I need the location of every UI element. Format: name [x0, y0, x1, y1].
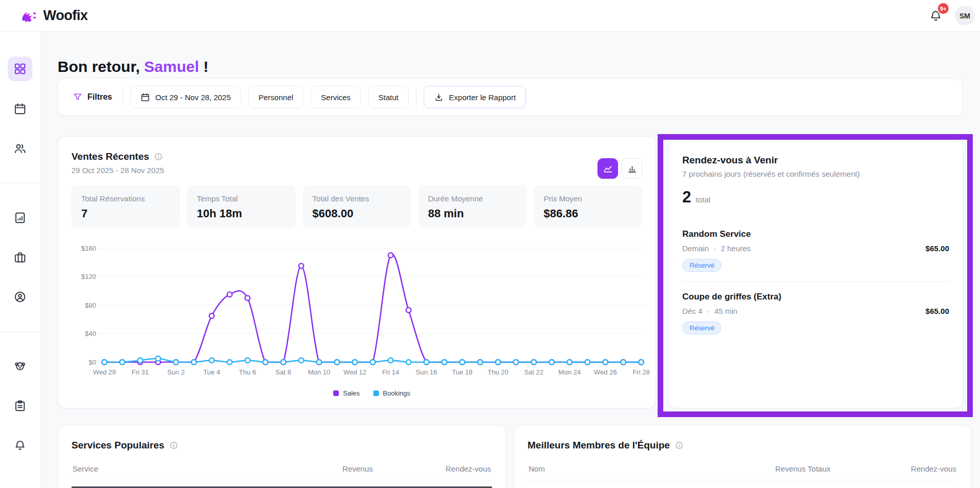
appointment-date: Déc 4 [682, 307, 702, 315]
stat-total-reservations: Total Réservations 7 [71, 185, 180, 228]
svg-text:Sat 22: Sat 22 [524, 368, 543, 376]
download-icon [434, 92, 444, 102]
dashboard-grid-icon [13, 62, 27, 76]
sidebar-item-team[interactable] [8, 136, 32, 161]
appointment-date: Demain [682, 244, 709, 253]
appointment-duration: 45 min [714, 307, 737, 315]
appointment-duration: 2 heures [721, 244, 751, 253]
stat-label: Prix Moyen [543, 194, 632, 203]
filter-funnel-icon [72, 92, 83, 102]
notification-count-badge[interactable]: 9+ [937, 2, 950, 15]
divider [122, 87, 123, 107]
stat-avg-price: Prix Moyen $86.86 [534, 185, 642, 228]
calendar-icon [140, 92, 150, 102]
sidebar-item-bookings[interactable] [8, 393, 32, 418]
briefcase-icon [13, 251, 27, 264]
svg-text:Tue 18: Tue 18 [452, 368, 473, 376]
sidebar-item-reports[interactable] [8, 205, 32, 230]
appointment-price: $65.00 [925, 244, 949, 253]
bar-chart-toggle-button[interactable] [622, 158, 642, 179]
stat-total-sales: Total des Ventes $608.00 [303, 185, 411, 228]
status-badge: Réservé [682, 322, 721, 334]
sidebar-item-clients[interactable] [8, 285, 32, 309]
sidebar-item-pets[interactable] [8, 353, 32, 378]
stat-total-time: Temps Total 10h 18m [187, 185, 296, 228]
stat-value: 7 [81, 207, 170, 220]
appointment-name: Random Service [682, 229, 949, 239]
column-service: Service [72, 464, 311, 473]
sidebar-item-notifications[interactable] [8, 433, 32, 458]
appointments-title: Rendez-vous à Venir [682, 155, 949, 166]
divider [528, 480, 957, 480]
greeting-suffix: ! [199, 58, 208, 75]
divider [71, 480, 492, 480]
bookings-legend-swatch [373, 390, 379, 396]
info-icon[interactable] [675, 441, 684, 450]
woofix-logo-icon [17, 6, 38, 26]
sidebar-item-services[interactable] [8, 245, 32, 270]
appointments-subtitle: 7 prochains jours (réservés et confirmés… [682, 170, 949, 178]
date-range-button[interactable]: Oct 29 - Nov 28, 2025 [130, 86, 241, 108]
stat-label: Temps Total [197, 194, 286, 203]
pet-dog-icon [13, 359, 27, 372]
export-report-label: Exporter le Rapport [449, 93, 516, 102]
sales-chart-svg[interactable]: $0$40$80$120$160Wed 29Fri 31Sun 2Tue 4Th… [58, 239, 655, 388]
client-profile-icon [13, 290, 27, 304]
app-root: Woofix 9+ SM [0, 0, 980, 488]
stat-label: Total des Ventes [313, 194, 402, 203]
info-icon[interactable] [154, 152, 163, 161]
legend-label: Sales [343, 389, 360, 397]
popular-services-card: Services Populaires Service Revenus Rend… [58, 425, 506, 488]
column-name: Nom [529, 464, 753, 473]
appointment-item[interactable]: Random Service Demain · 2 heures $65.00 … [682, 229, 949, 272]
appointments-list: Random Service Demain · 2 heures $65.00 … [682, 229, 949, 334]
brand[interactable]: Woofix [17, 0, 88, 31]
divider [416, 87, 416, 107]
column-appointments: Rendez-vous [373, 464, 491, 473]
sales-legend-swatch [333, 390, 339, 396]
svg-text:Thu 6: Thu 6 [239, 368, 256, 376]
stat-value: $86.86 [543, 207, 632, 220]
brand-name: Woofix [43, 8, 88, 24]
separator-dot: · [714, 244, 716, 253]
page-title: Bon retour, Samuel ! [58, 58, 208, 76]
top-team-title: Meilleurs Membres de l'Équipe [528, 440, 670, 451]
svg-text:Sun 16: Sun 16 [416, 368, 437, 376]
svg-text:Fri 31: Fri 31 [132, 368, 149, 376]
statut-filter-button[interactable]: Statut [368, 86, 409, 108]
column-total-revenue: Revenus Totaux [753, 464, 830, 473]
sidebar-divider [0, 183, 41, 183]
topbar: Woofix 9+ SM [0, 0, 980, 32]
appointments-count-label: total [696, 195, 710, 204]
svg-text:Fri 28: Fri 28 [632, 368, 649, 376]
svg-text:Mon 10: Mon 10 [308, 368, 330, 376]
svg-text:Wed 26: Wed 26 [594, 368, 617, 376]
svg-text:Thu 20: Thu 20 [487, 368, 508, 376]
legend-sales: Sales [333, 389, 360, 397]
sales-card-title: Ventes Récentes [71, 151, 149, 162]
svg-text:Wed 12: Wed 12 [343, 368, 367, 376]
clipboard-list-icon [13, 399, 27, 412]
top-team-members-card: Meilleurs Membres de l'Équipe Nom Revenu… [514, 425, 971, 488]
appointment-name: Coupe de griffes (Extra) [682, 292, 949, 302]
info-icon[interactable] [169, 441, 178, 450]
column-appointments: Rendez-vous [830, 464, 956, 473]
appointment-item[interactable]: Coupe de griffes (Extra) Déc 4 · 45 min … [682, 292, 949, 334]
bell-icon [13, 439, 27, 452]
sidebar-item-dashboard[interactable] [8, 57, 32, 81]
sidebar-item-calendar[interactable] [8, 97, 32, 121]
line-chart-toggle-button[interactable] [597, 158, 618, 179]
user-avatar[interactable]: SM [955, 6, 975, 26]
svg-text:$80: $80 [85, 302, 96, 309]
stat-label: Total Réservations [81, 194, 170, 203]
team-table-header: Nom Revenus Totaux Rendez-vous [528, 464, 957, 473]
services-filter-button[interactable]: Services [311, 86, 361, 108]
team-icon [13, 142, 27, 155]
sales-period: 29 Oct 2025 - 28 Nov 2025 [71, 166, 164, 175]
filters-button[interactable]: Filtres [69, 92, 115, 102]
legend-bookings: Bookings [373, 389, 410, 397]
sidebar [0, 31, 41, 488]
stat-label: Durée Moyenne [428, 194, 517, 203]
export-report-button[interactable]: Exporter le Rapport [424, 86, 526, 108]
personnel-filter-button[interactable]: Personnel [248, 86, 304, 108]
